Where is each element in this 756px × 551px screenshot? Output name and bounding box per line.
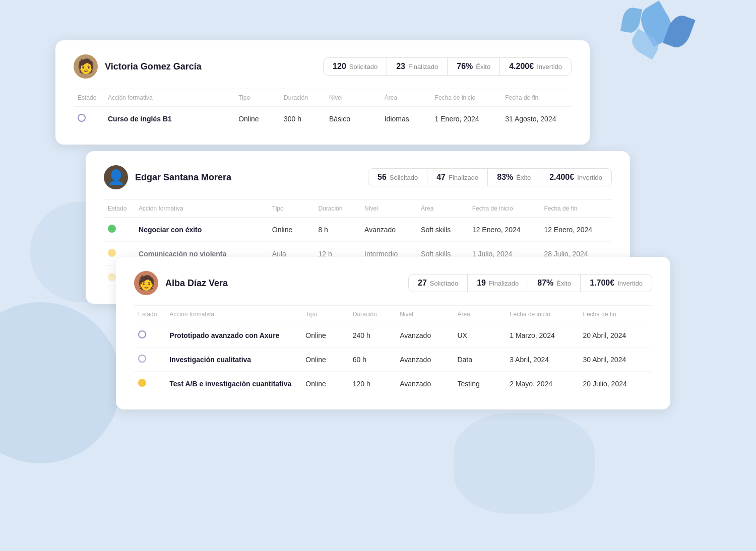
- user-name-edgar: Edgar Santana Morera: [135, 172, 231, 183]
- accion-cell: Curso de inglés B1: [104, 107, 234, 131]
- th-estado: Estado: [74, 89, 104, 107]
- stat-edgar-invertido-number: 2.400€: [549, 173, 574, 182]
- accion-cell-a2: Investigación cualitativa: [165, 348, 301, 372]
- area-a3: Testing: [453, 372, 506, 396]
- status-cell-a1: [134, 323, 165, 348]
- tipo-a3: Online: [301, 372, 348, 396]
- area-a2: Data: [453, 348, 506, 372]
- th-area-e: Área: [417, 200, 468, 218]
- area-cell: Idiomas: [381, 107, 431, 131]
- table-row: Test A/B e investigación cuantitativa On…: [134, 372, 652, 396]
- th-nivel: Nivel: [325, 89, 381, 107]
- stat-alba-invertido: 1.700€ Invertido: [581, 274, 652, 292]
- status-dot-lavender: [138, 355, 146, 363]
- stat-edgar-solicitado: 56 Solicitado: [368, 169, 427, 186]
- accion-name-a3: Test A/B e investigación cuantitativa: [169, 380, 291, 388]
- table-victoria: Estado Acción formativa Tipo Duración Ni…: [74, 89, 572, 130]
- status-dot-purple-empty: [78, 114, 86, 122]
- user-name-alba: Alba Díaz Vera: [165, 278, 228, 289]
- status-dot-yellow-a3: [138, 379, 146, 387]
- table-victoria-header-row: Estado Acción formativa Tipo Duración Ni…: [74, 89, 572, 107]
- stat-victoria-solicitado: 120 Solicitado: [324, 58, 387, 75]
- stat-edgar-invertido: 2.400€ Invertido: [540, 169, 611, 186]
- tipo-a1: Online: [301, 323, 348, 348]
- stat-victoria-solicitado-number: 120: [333, 62, 346, 71]
- stat-edgar-finalizado-label: Finalizado: [449, 174, 478, 181]
- avatar-victoria-img: 🧑: [77, 59, 95, 74]
- th-duracion-a: Duración: [349, 306, 396, 323]
- stat-alba-solicitado-label: Solicitado: [430, 280, 458, 287]
- stat-alba-finalizado-label: Finalizado: [489, 280, 519, 287]
- nivel-cell: Básico: [325, 107, 381, 131]
- stat-edgar-finalizado: 47 Finalizado: [427, 169, 488, 186]
- accion-name: Curso de inglés B1: [108, 115, 172, 123]
- duracion-a2: 60 h: [349, 348, 396, 372]
- status-cell-a3: [134, 372, 165, 396]
- user-info-edgar: 👤 Edgar Santana Morera: [104, 165, 231, 189]
- th-area: Área: [381, 89, 431, 107]
- stat-victoria-finalizado: 23 Finalizado: [387, 58, 448, 75]
- accion-cell-a3: Test A/B e investigación cuantitativa: [165, 372, 301, 396]
- accion-cell-e1: Negociar con éxito: [135, 218, 268, 242]
- status-cell: [74, 107, 104, 131]
- status-cell-a2: [134, 348, 165, 372]
- fin-a2: 30 Abril, 2024: [579, 348, 652, 372]
- th-estado-e: Estado: [104, 200, 135, 218]
- stat-victoria-solicitado-label: Solicitado: [349, 63, 377, 71]
- table-row: Investigación cualitativa Online 60 h Av…: [134, 348, 652, 372]
- stats-victoria: 120 Solicitado 23 Finalizado 76% Éxito 4…: [323, 57, 572, 76]
- card-alba: 🧑 Alba Díaz Vera 27 Solicitado 19 Finali…: [116, 257, 670, 409]
- status-cell-e1: [104, 218, 135, 242]
- stat-victoria-exito-label: Éxito: [476, 63, 490, 71]
- stat-alba-finalizado-number: 19: [477, 279, 486, 288]
- stat-victoria-invertido-label: Invertido: [537, 63, 562, 71]
- fin-a1: 20 Abril, 2024: [579, 323, 652, 348]
- table-edgar-header-row: Estado Acción formativa Tipo Duración Ni…: [104, 200, 612, 218]
- inicio-a1: 1 Marzo, 2024: [506, 323, 579, 348]
- area-e1: Soft skills: [417, 218, 468, 242]
- nivel-a3: Avanzado: [396, 372, 453, 396]
- card-alba-header: 🧑 Alba Díaz Vera 27 Solicitado 19 Finali…: [134, 271, 652, 295]
- th-accion-e: Acción formativa: [135, 200, 268, 218]
- duracion-e1: 8 h: [314, 218, 360, 242]
- inicio-a3: 2 Mayo, 2024: [506, 372, 579, 396]
- stat-alba-solicitado-number: 27: [418, 279, 427, 288]
- status-dot-green: [108, 225, 116, 233]
- th-nivel-e: Nivel: [360, 200, 417, 218]
- stats-alba: 27 Solicitado 19 Finalizado 87% Éxito 1.…: [408, 274, 652, 292]
- th-fin-e: Fecha de fin: [540, 200, 612, 218]
- tipo-a2: Online: [301, 348, 348, 372]
- bg-decoration-3: [454, 413, 595, 514]
- stat-edgar-finalizado-number: 47: [436, 173, 446, 182]
- stat-alba-finalizado: 19 Finalizado: [468, 274, 528, 292]
- th-tipo-e: Tipo: [268, 200, 314, 218]
- stat-edgar-solicitado-number: 56: [377, 173, 387, 182]
- th-fin-a: Fecha de fin: [579, 306, 652, 323]
- th-duracion: Duración: [280, 89, 325, 107]
- bg-decoration-1: [0, 302, 121, 463]
- stat-alba-invertido-label: Invertido: [617, 280, 643, 287]
- nivel-a1: Avanzado: [396, 323, 453, 348]
- stat-edgar-invertido-label: Invertido: [577, 174, 602, 181]
- table-row: Prototipado avanzado con Axure Online 24…: [134, 323, 652, 348]
- stat-victoria-exito-number: 76%: [457, 62, 473, 71]
- th-fin: Fecha de fin: [501, 89, 572, 107]
- th-inicio-e: Fecha de inicio: [468, 200, 540, 218]
- stat-alba-exito: 87% Éxito: [528, 274, 581, 292]
- card-edgar-header: 👤 Edgar Santana Morera 56 Solicitado 47 …: [104, 165, 612, 189]
- stat-alba-solicitado: 27 Solicitado: [409, 274, 468, 292]
- stat-edgar-exito: 83% Éxito: [488, 169, 540, 186]
- accion-cell-a1: Prototipado avanzado con Axure: [165, 323, 301, 348]
- card-victoria: 🧑 Victoria Gomez García 120 Solicitado 2…: [55, 40, 590, 145]
- stat-edgar-exito-label: Éxito: [516, 174, 531, 181]
- duracion-a1: 240 h: [349, 323, 396, 348]
- user-name-victoria: Victoria Gomez García: [105, 61, 202, 72]
- accion-name-a2: Investigación cualitativa: [169, 356, 251, 364]
- accion-name-a1: Prototipado avanzado con Axure: [169, 331, 279, 339]
- avatar-edgar: 👤: [104, 165, 128, 189]
- avatar-alba-img: 🧑: [138, 276, 155, 290]
- th-estado-a: Estado: [134, 306, 165, 323]
- stat-alba-exito-label: Éxito: [556, 280, 571, 287]
- nivel-a2: Avanzado: [396, 348, 453, 372]
- nivel-e1: Avanzado: [360, 218, 417, 242]
